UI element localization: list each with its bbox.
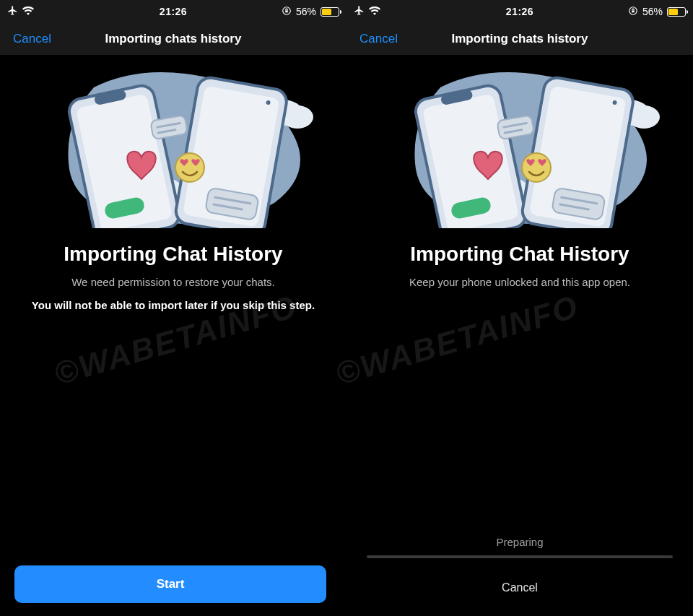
progress-status-label: Preparing: [496, 536, 543, 548]
nav-title: Importing chats history: [346, 32, 693, 46]
nav-title: Importing chats history: [0, 32, 346, 46]
content-area: Importing Chat History We need permissio…: [0, 55, 346, 616]
watermark: ©WABETAINFO: [332, 288, 583, 392]
permission-text: We need permission to restore your chats…: [71, 276, 275, 288]
illustration: [361, 62, 679, 228]
progress-bar: [367, 555, 673, 558]
content-area: Importing Chat History Keep your phone u…: [346, 55, 693, 616]
cancel-button[interactable]: Cancel: [502, 581, 538, 594]
status-bar: 21:26 56%: [346, 0, 693, 23]
status-time: 21:26: [506, 6, 533, 17]
instruction-text: Keep your phone unlocked and this app op…: [409, 276, 630, 288]
nav-bar: Cancel Importing chats history: [0, 23, 346, 55]
screen-import-start: 21:26 56% Cancel Importing chats history…: [0, 0, 346, 616]
nav-bar: Cancel Importing chats history: [346, 23, 693, 55]
status-time: 21:26: [160, 6, 187, 17]
progress-footer: Preparing Cancel: [346, 536, 693, 616]
page-heading: Importing Chat History: [64, 243, 282, 266]
start-button-label: Start: [157, 577, 185, 591]
warning-text: You will not be able to import later if …: [32, 298, 315, 313]
screen-import-progress: 21:26 56% Cancel Importing chats history…: [346, 0, 693, 616]
battery-icon: [667, 7, 686, 17]
status-bar: 21:26 56%: [0, 0, 346, 23]
battery-icon: [321, 7, 339, 17]
start-button[interactable]: Start: [14, 565, 326, 603]
page-heading: Importing Chat History: [410, 243, 629, 266]
illustration: [14, 62, 332, 228]
